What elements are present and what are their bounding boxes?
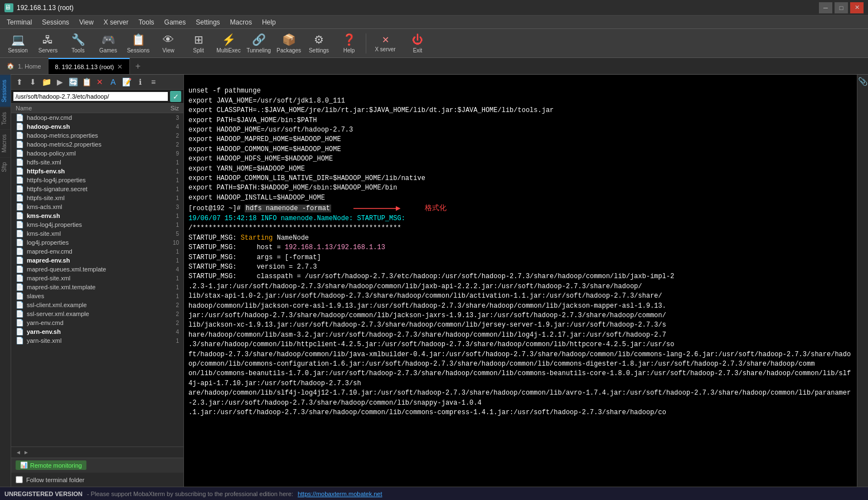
list-item[interactable]: 📄 yarn-env.cmd 2 bbox=[11, 318, 183, 327]
path-input[interactable] bbox=[13, 92, 168, 101]
list-item[interactable]: 📄 yarn-env.sh 4 bbox=[11, 327, 183, 336]
toolbar-split[interactable]: ⊞ Split bbox=[184, 31, 213, 56]
tab-ssh[interactable]: 8. 192.168.1.13 (root) ✕ bbox=[49, 58, 130, 74]
list-item[interactable]: 📄 ssl-client.xml.example 2 bbox=[11, 300, 183, 309]
list-item[interactable]: 📄 httpfs-env.sh 1 bbox=[11, 167, 183, 176]
file-size: 3 bbox=[162, 115, 179, 121]
terminal-area[interactable]: unset -f pathmunge export JAVA_HOME=/usr… bbox=[184, 75, 857, 487]
list-item[interactable]: 📄 yarn-site.xml 1 bbox=[11, 336, 183, 345]
toolbar-tunneling[interactable]: 🔗 Tunneling bbox=[244, 31, 273, 56]
close-button[interactable]: ✕ bbox=[850, 2, 864, 13]
file-upload-btn[interactable]: ⬆ bbox=[13, 76, 26, 88]
toolbar-games[interactable]: 🎮 Games bbox=[94, 31, 123, 56]
file-rename-btn[interactable]: A bbox=[107, 76, 119, 88]
list-item[interactable]: 📄 kms-site.xml 5 bbox=[11, 229, 183, 238]
menu-xserver[interactable]: X server bbox=[99, 17, 133, 27]
file-edit-btn[interactable]: 📝 bbox=[120, 76, 133, 88]
list-item[interactable]: 📄 mapred-site.xml.template 1 bbox=[11, 283, 183, 292]
list-item[interactable]: 📄 hadoop-metrics.properties 2 bbox=[11, 131, 183, 140]
tab-add-button[interactable]: + bbox=[130, 59, 146, 74]
file-name: httpfs-log4j.properties bbox=[27, 177, 160, 183]
menu-settings[interactable]: Settings bbox=[191, 17, 224, 27]
file-size: 1 bbox=[162, 168, 179, 174]
file-size: 1 bbox=[162, 249, 179, 255]
clip-icon[interactable]: 📎 bbox=[858, 75, 867, 88]
list-item[interactable]: 📄 kms-acls.xml 3 bbox=[11, 202, 183, 211]
list-item[interactable]: 📄 hadoop-metrics2.properties 2 bbox=[11, 140, 183, 149]
side-tab-tools[interactable]: Tools bbox=[0, 107, 11, 129]
list-item[interactable]: 📄 mapred-env.sh 1 bbox=[11, 256, 183, 265]
path-go-button[interactable]: ✓ bbox=[170, 91, 181, 102]
list-item[interactable]: 📄 log4j.properties 10 bbox=[11, 238, 183, 247]
remote-monitoring-button[interactable]: 📊 Remote monitoring bbox=[16, 460, 86, 470]
file-name: hadoop-policy.xml bbox=[27, 150, 160, 157]
list-item[interactable]: 📄 mapred-env.cmd 1 bbox=[11, 247, 183, 256]
minimize-button[interactable]: ─ bbox=[819, 2, 832, 13]
toolbar: 💻 Session 🖧 Servers 🔧 Tools 🎮 Games 📋 Se… bbox=[0, 29, 868, 58]
file-name: hadoop-metrics2.properties bbox=[27, 141, 160, 148]
file-size: 1 bbox=[162, 159, 179, 166]
list-item[interactable]: 📄 httpfs-signature.secret 1 bbox=[11, 185, 183, 193]
file-panel-footer: 📊 Remote monitoring bbox=[11, 458, 183, 472]
file-name: hadoop-env.cmd bbox=[27, 114, 160, 121]
toolbar-exit[interactable]: ⏻ Exit bbox=[403, 31, 432, 56]
tab-home[interactable]: 🏠 1. Home bbox=[0, 58, 49, 74]
toolbar-settings[interactable]: ⚙ Settings bbox=[304, 31, 333, 56]
list-item[interactable]: 📄 hdfs-site.xml 1 bbox=[11, 158, 183, 167]
file-open-btn[interactable]: ▶ bbox=[54, 76, 66, 88]
file-name: mapred-site.xml bbox=[27, 275, 160, 281]
tab-home-icon: 🏠 bbox=[7, 62, 14, 70]
menu-macros[interactable]: Macros bbox=[226, 17, 256, 27]
toolbar-packages[interactable]: 📦 Packages bbox=[274, 31, 303, 56]
menu-view[interactable]: View bbox=[75, 17, 98, 27]
list-item[interactable]: 📄 ssl-server.xml.example 2 bbox=[11, 309, 183, 318]
menu-help[interactable]: Help bbox=[258, 17, 280, 27]
terminal-line-9: export YARN_HOME=$HADOOP_HOME bbox=[188, 165, 305, 173]
menu-tools[interactable]: Tools bbox=[134, 17, 159, 27]
toolbar-xserver[interactable]: ✕ X server bbox=[368, 31, 402, 56]
file-download-btn[interactable]: ⬇ bbox=[27, 76, 39, 88]
list-item[interactable]: 📄 mapred-queues.xml.template 4 bbox=[11, 265, 183, 274]
list-item[interactable]: 📄 httpfs-log4j.properties 1 bbox=[11, 176, 183, 185]
file-copy-btn[interactable]: 📋 bbox=[80, 76, 93, 88]
menu-games[interactable]: Games bbox=[160, 17, 191, 27]
toolbar-sessions[interactable]: 📋 Sessions bbox=[124, 31, 153, 56]
toolbar-servers[interactable]: 🖧 Servers bbox=[33, 31, 62, 56]
status-message: - Please support MobaXterm by subscribin… bbox=[87, 491, 293, 497]
file-type-icon: 📄 bbox=[16, 319, 25, 327]
status-link[interactable]: https://mobaxterm.mobatek.net bbox=[298, 491, 382, 497]
file-newdir-btn[interactable]: 📁 bbox=[40, 76, 52, 88]
restore-button[interactable]: □ bbox=[835, 2, 848, 13]
toolbar-tools[interactable]: 🔧 Tools bbox=[64, 31, 93, 56]
terminal-line-5: export HADOOP_HOME=/usr/soft/hadoop-2.7.… bbox=[188, 126, 353, 134]
follow-folder-label: Follow terminal folder bbox=[26, 477, 85, 483]
toolbar-multiexec[interactable]: ⚡ MultiExec bbox=[214, 31, 243, 56]
list-item[interactable]: 📄 hadoop-env.cmd 3 bbox=[11, 113, 183, 122]
menu-terminal[interactable]: Terminal bbox=[2, 17, 36, 27]
follow-folder-checkbox[interactable] bbox=[16, 476, 23, 483]
toolbar-session[interactable]: 💻 Session bbox=[3, 31, 32, 56]
side-tab-macros[interactable]: Macros bbox=[0, 129, 11, 157]
list-item[interactable]: 📄 mapred-site.xml 1 bbox=[11, 274, 183, 283]
side-tab-sessions[interactable]: Sessions bbox=[0, 75, 11, 107]
list-item[interactable]: 📄 httpfs-site.xml 1 bbox=[11, 193, 183, 202]
file-delete-btn[interactable]: ✕ bbox=[94, 76, 106, 88]
menu-sessions[interactable]: Sessions bbox=[37, 17, 74, 27]
toolbar-view[interactable]: 👁 View bbox=[154, 31, 183, 56]
file-info-btn[interactable]: ℹ bbox=[134, 76, 146, 88]
side-tab-sftp[interactable]: Sftp bbox=[0, 157, 11, 177]
list-item[interactable]: 📄 hadoop-env.sh 4 bbox=[11, 122, 183, 131]
file-size: 1 bbox=[162, 177, 179, 183]
help-icon: ❓ bbox=[342, 33, 356, 46]
file-refresh-btn[interactable]: 🔄 bbox=[67, 76, 79, 88]
list-item[interactable]: 📄 kms-env.sh 1 bbox=[11, 211, 183, 220]
list-item[interactable]: 📄 kms-log4j.properties 1 bbox=[11, 220, 183, 229]
terminal-line-6: export HADOOP_MAPRED_HOME=$HADOOP_HOME bbox=[188, 135, 341, 143]
terminal-line-1: unset -f pathmunge bbox=[188, 87, 261, 95]
list-item[interactable]: 📄 slaves 1 bbox=[11, 292, 183, 300]
toolbar-help[interactable]: ❓ Help bbox=[334, 31, 363, 56]
file-menu-btn[interactable]: ≡ bbox=[147, 76, 159, 88]
terminal-line-12: export HADOOP_INSTALL=$HADOOP_HOME bbox=[188, 194, 325, 202]
tab-ssh-close[interactable]: ✕ bbox=[117, 63, 123, 71]
list-item[interactable]: 📄 hadoop-policy.xml 9 bbox=[11, 149, 183, 158]
